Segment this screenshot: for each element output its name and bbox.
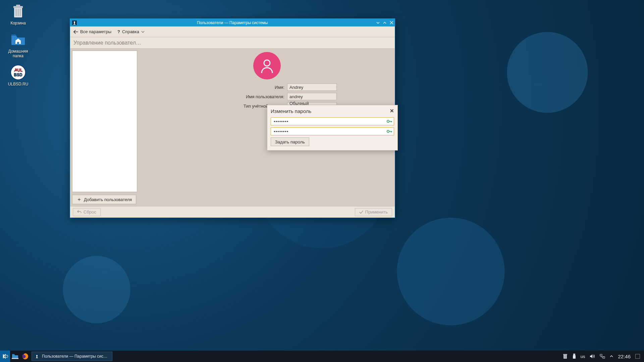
add-user-label: Добавить пользователя <box>84 197 132 202</box>
sidebar: ＋ Добавить пользователя <box>70 49 139 206</box>
undo-icon <box>77 210 82 214</box>
window-buttons <box>375 19 395 26</box>
system-tray: us 22:46 <box>558 353 644 359</box>
window-footer: Сброс Применить <box>70 206 395 218</box>
desktop-icon-home[interactable]: Домашняя папка <box>5 32 32 58</box>
check-icon <box>359 210 363 214</box>
svg-point-13 <box>264 60 270 66</box>
desktop-icon-label: Корзина <box>10 21 26 25</box>
back-button[interactable]: Все параметры <box>73 29 111 34</box>
plus-icon: ＋ <box>76 197 82 202</box>
modal-title: Изменить пароль <box>271 108 311 114</box>
svg-rect-12 <box>73 24 75 25</box>
username-label: Имя пользователя: <box>197 94 284 99</box>
row-name: Имя: <box>197 83 337 91</box>
window-system-settings: Пользователи — Параметры системы Все пар… <box>70 18 395 218</box>
taskbar-task-label: Пользователи — Параметры сис… <box>42 354 107 359</box>
start-button[interactable] <box>0 351 10 362</box>
help-menu[interactable]: ? Справка <box>117 29 145 34</box>
window-body: ＋ Добавить пользователя Имя: Имя пользов… <box>70 49 395 206</box>
minimize-button[interactable] <box>375 19 381 26</box>
apply-button[interactable]: Применить <box>355 208 392 216</box>
username-input[interactable] <box>287 93 337 100</box>
user-avatar[interactable] <box>253 52 281 79</box>
svg-rect-16 <box>2 353 8 360</box>
desktop-icon-trash[interactable]: Корзина <box>5 3 32 25</box>
svg-rect-23 <box>36 358 38 358</box>
key-icon[interactable] <box>387 119 392 123</box>
trash-icon <box>10 3 26 19</box>
help-label: Справка <box>122 29 139 34</box>
name-input[interactable] <box>287 83 337 91</box>
desktop-icon-ulbsd[interactable]: ☭ULBSD ULBSD.RU <box>5 64 32 86</box>
help-icon: ? <box>117 29 120 34</box>
tray-show-desktop[interactable] <box>635 354 640 359</box>
desktop-icons: Корзина Домашняя папка ☭ULBSD ULBSD.RU <box>5 3 32 86</box>
svg-rect-30 <box>573 355 576 359</box>
svg-rect-2 <box>16 5 20 6</box>
toolbar: Все параметры ? Справка <box>70 26 395 37</box>
key-icon[interactable] <box>387 129 392 133</box>
ulbsd-icon: ☭ULBSD <box>10 64 26 80</box>
section-header-text: Управление пользовател… <box>73 40 141 46</box>
svg-rect-22 <box>37 356 37 358</box>
svg-text:☭UL: ☭UL <box>14 68 23 72</box>
name-label: Имя: <box>197 85 284 90</box>
folder-home-icon <box>10 32 26 48</box>
taskbar-task[interactable]: Пользователи — Параметры сис… <box>32 352 112 361</box>
set-password-label: Задать пароль <box>275 139 305 144</box>
close-icon[interactable]: ✕ <box>390 108 394 114</box>
arrow-left-icon <box>73 30 78 34</box>
tray-expand-icon[interactable] <box>610 355 613 357</box>
svg-rect-18 <box>12 358 18 359</box>
svg-rect-11 <box>74 22 75 24</box>
taskbar-files-icon[interactable] <box>10 351 20 362</box>
tray-keyboard-layout[interactable]: us <box>581 354 585 359</box>
person-icon <box>258 57 276 74</box>
titlebar[interactable]: Пользователи — Параметры системы <box>70 19 395 26</box>
settings-app-icon <box>35 354 39 359</box>
change-password-modal: Изменить пароль ✕ <box>267 105 398 150</box>
svg-text:BSD: BSD <box>14 72 22 77</box>
modal-header: Изменить пароль ✕ <box>271 108 394 114</box>
kde-logo-icon <box>2 353 8 360</box>
user-list[interactable] <box>72 51 137 192</box>
taskbar: Пользователи — Параметры сис… us 22:46 <box>0 351 644 362</box>
password-input[interactable] <box>271 117 394 125</box>
tray-volume-icon[interactable] <box>590 354 595 359</box>
desktop-icon-label: ULBSD.RU <box>8 82 29 86</box>
chevron-down-icon <box>141 31 145 33</box>
set-password-button[interactable]: Задать пароль <box>271 137 309 146</box>
tray-clock[interactable]: 22:46 <box>618 354 631 359</box>
tray-trash-icon[interactable] <box>562 353 568 359</box>
password-field-wrap <box>271 117 394 125</box>
svg-rect-29 <box>573 354 575 355</box>
svg-point-14 <box>387 120 389 122</box>
desktop: Корзина Домашняя папка ☭ULBSD ULBSD.RU П… <box>0 0 644 362</box>
reset-button[interactable]: Сброс <box>73 208 101 216</box>
main-panel: Имя: Имя пользователя: Тип учётной запис… <box>139 49 395 206</box>
window-title: Пользователи — Параметры системы <box>70 20 395 25</box>
add-user-button[interactable]: ＋ Добавить пользователя <box>72 195 136 204</box>
reset-label: Сброс <box>84 209 96 215</box>
svg-rect-31 <box>600 354 602 356</box>
close-button[interactable] <box>388 19 395 26</box>
tray-network-icon[interactable] <box>600 354 605 359</box>
svg-point-15 <box>387 130 389 132</box>
row-username: Имя пользователя: <box>197 93 337 100</box>
password-confirm-input[interactable] <box>271 127 394 135</box>
back-label: Все параметры <box>80 29 111 34</box>
maximize-button[interactable] <box>381 19 388 26</box>
apply-label: Применить <box>365 209 388 215</box>
section-header: Управление пользовател… <box>70 37 395 49</box>
tray-usb-icon[interactable] <box>573 354 576 359</box>
settings-app-icon <box>72 20 77 25</box>
taskbar-firefox-icon[interactable] <box>20 351 30 362</box>
svg-rect-25 <box>563 354 567 355</box>
password-confirm-wrap <box>271 127 394 135</box>
desktop-icon-label: Домашняя папка <box>5 49 32 58</box>
